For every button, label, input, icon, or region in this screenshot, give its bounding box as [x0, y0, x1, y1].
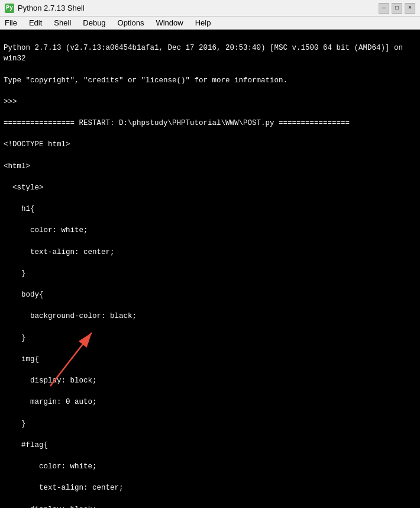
minimize-button[interactable]: —	[379, 3, 389, 14]
code-line-flag-textalign: text-align: center;	[4, 483, 416, 493]
menu-window[interactable]: Window	[153, 18, 185, 28]
shell-content[interactable]: Python 2.7.13 (v2.7.13:a06454b1afa1, Dec…	[0, 30, 420, 508]
menu-bar: File Edit Shell Debug Options Window Hel…	[0, 17, 420, 30]
title-bar: Py Python 2.7.13 Shell — □ ×	[0, 0, 420, 17]
shell-header-line1: Python 2.7.13 (v2.7.13:a06454b1afa1, Dec…	[4, 43, 416, 64]
window-title: Python 2.7.13 Shell	[18, 4, 85, 12]
menu-debug[interactable]: Debug	[80, 18, 108, 28]
app-icon: Py	[5, 4, 14, 13]
maximize-button[interactable]: □	[392, 3, 402, 14]
menu-file[interactable]: File	[2, 18, 20, 28]
code-line-img-close: }	[4, 419, 416, 429]
menu-shell[interactable]: Shell	[51, 18, 73, 28]
menu-help[interactable]: Help	[193, 18, 214, 28]
shell-header-line2: Type "copyright", "credits" or "license(…	[4, 75, 416, 86]
code-line-flag-display: display: block;	[4, 504, 416, 509]
code-line-color-white: color: white;	[4, 225, 416, 236]
code-line-doctype: <!DOCTYPE html>	[4, 139, 416, 150]
code-line-h1-close: }	[4, 268, 416, 279]
menu-edit[interactable]: Edit	[27, 18, 44, 28]
code-line-html-open: <html>	[4, 161, 416, 172]
code-line-style-open: <style>	[4, 182, 416, 193]
shell-separator: ================ RESTART: D:\phpstudy\PH…	[4, 118, 416, 128]
code-line-h1: h1{	[4, 204, 416, 214]
code-line-text-align: text-align: center;	[4, 247, 416, 258]
close-button[interactable]: ×	[405, 3, 415, 14]
code-line-flag-color: color: white;	[4, 461, 416, 472]
svg-line-1	[50, 333, 92, 386]
red-arrow-icon	[33, 321, 115, 392]
code-line-flag: #flag{	[4, 440, 416, 451]
shell-prompt-1: >>>	[4, 97, 416, 107]
menu-options[interactable]: Options	[115, 18, 147, 28]
code-line-bg-black: background-color: black;	[4, 311, 416, 321]
code-line-margin: margin: 0 auto;	[4, 397, 416, 407]
code-line-body: body{	[4, 290, 416, 300]
